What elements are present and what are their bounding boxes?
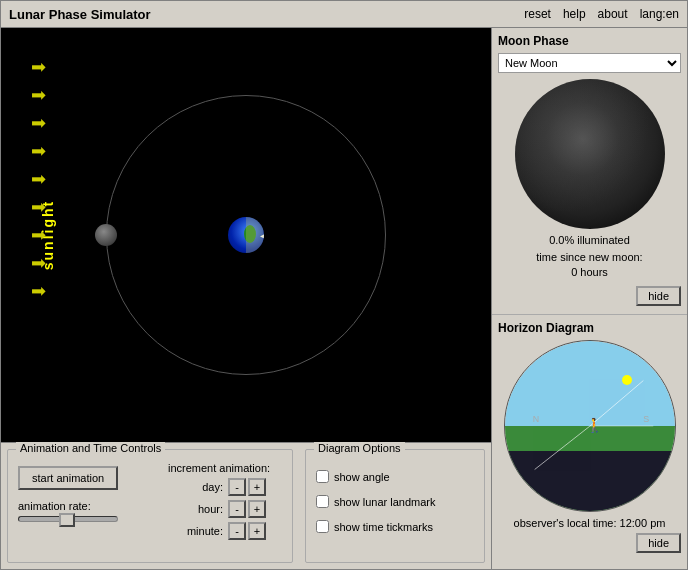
nav-links: reset help about lang:en [524, 7, 679, 21]
animation-rate-slider[interactable] [18, 516, 118, 522]
minute-label: minute: [168, 525, 223, 537]
show-time-tickmarks-label: show time tickmarks [334, 521, 433, 533]
moon-body [95, 224, 117, 246]
controls-area: Animation and Time Controls start animat… [1, 442, 491, 569]
illuminated-text: 0.0% illuminated [498, 234, 681, 246]
show-angle-label: show angle [334, 471, 390, 483]
animation-controls: Animation and Time Controls start animat… [7, 449, 293, 563]
anim-right: increment animation: day: - + hour: - + … [168, 462, 282, 540]
observer-indicator: ◀ [260, 230, 264, 241]
show-angle-row[interactable]: show angle [316, 470, 474, 483]
moon-phase-title: Moon Phase [498, 34, 681, 48]
phase-select-row: New Moon Waxing Crescent First Quarter W… [498, 53, 681, 73]
anim-rate-label: animation rate: [18, 500, 118, 512]
diagram-options-label: Diagram Options [314, 442, 405, 454]
time-since-label: time since new moon: [536, 251, 642, 263]
local-time-label: observer's local time: [514, 517, 617, 529]
show-lunar-landmark-label: show lunar landmark [334, 496, 436, 508]
svg-line-1 [534, 426, 589, 469]
hour-minus-button[interactable]: - [228, 500, 246, 518]
svg-text:S: S [643, 414, 649, 424]
minute-increment-row: minute: - + [168, 522, 282, 540]
arrow-6: ➡ [31, 198, 46, 216]
lang-link[interactable]: lang:en [640, 7, 679, 21]
earth: ◀ [228, 217, 264, 253]
title-bar: Lunar Phase Simulator reset help about l… [0, 0, 688, 28]
moon-phase-hide-button[interactable]: hide [636, 286, 681, 306]
app-title: Lunar Phase Simulator [9, 7, 151, 22]
anim-left: start animation animation rate: [18, 466, 118, 522]
help-link[interactable]: help [563, 7, 586, 21]
arrow-5: ➡ [31, 170, 46, 188]
arrow-8: ➡ [31, 254, 46, 272]
show-angle-checkbox[interactable] [316, 470, 329, 483]
show-time-tickmarks-checkbox[interactable] [316, 520, 329, 533]
animation-section-label: Animation and Time Controls [16, 442, 165, 454]
arrow-9: ➡ [31, 282, 46, 300]
arrow-7: ➡ [31, 226, 46, 244]
slider-thumb[interactable] [59, 513, 75, 527]
diagram-options: Diagram Options show angle show lunar la… [305, 449, 485, 563]
horizon-section: Horizon Diagram 🚶 S N observer's local t… [492, 315, 687, 569]
day-plus-button[interactable]: + [248, 478, 266, 496]
horizon-hide-button[interactable]: hide [636, 533, 681, 553]
start-animation-button[interactable]: start animation [18, 466, 118, 490]
arrow-1: ➡ [31, 58, 46, 76]
horizon-lines-svg: 🚶 S N [505, 341, 675, 511]
time-since-text: time since new moon: 0 hours [498, 250, 681, 281]
show-lunar-landmark-row[interactable]: show lunar landmark [316, 495, 474, 508]
hour-label: hour: [168, 503, 223, 515]
moon-phase-image [515, 79, 665, 229]
reset-link[interactable]: reset [524, 7, 551, 21]
hour-increment-row: hour: - + [168, 500, 282, 518]
moon-phase-section: Moon Phase New Moon Waxing Crescent Firs… [492, 28, 687, 315]
minute-plus-button[interactable]: + [248, 522, 266, 540]
day-minus-button[interactable]: - [228, 478, 246, 496]
simulation-panel: sunlight ➡ ➡ ➡ ➡ ➡ ➡ ➡ ➡ ➡ ◀ [0, 28, 492, 570]
sim-canvas: sunlight ➡ ➡ ➡ ➡ ➡ ➡ ➡ ➡ ➡ ◀ [1, 28, 491, 442]
hour-plus-button[interactable]: + [248, 500, 266, 518]
show-time-tickmarks-row[interactable]: show time tickmarks [316, 520, 474, 533]
show-lunar-landmark-checkbox[interactable] [316, 495, 329, 508]
arrow-3: ➡ [31, 114, 46, 132]
increment-label: increment animation: [168, 462, 282, 474]
minute-minus-button[interactable]: - [228, 522, 246, 540]
phase-select[interactable]: New Moon Waxing Crescent First Quarter W… [498, 53, 681, 73]
local-time-text: observer's local time: 12:00 pm [498, 517, 681, 529]
time-since-value: 0 hours [571, 266, 608, 278]
horizon-title: Horizon Diagram [498, 321, 681, 335]
arrow-4: ➡ [31, 142, 46, 160]
main-content: sunlight ➡ ➡ ➡ ➡ ➡ ➡ ➡ ➡ ➡ ◀ [0, 28, 688, 570]
arrow-2: ➡ [31, 86, 46, 104]
svg-text:N: N [532, 414, 538, 424]
arrows-container: ➡ ➡ ➡ ➡ ➡ ➡ ➡ ➡ ➡ [31, 58, 46, 300]
about-link[interactable]: about [598, 7, 628, 21]
day-label: day: [168, 481, 223, 493]
local-time-value: 12:00 pm [620, 517, 666, 529]
day-increment-row: day: - + [168, 478, 282, 496]
svg-text:🚶: 🚶 [586, 417, 604, 434]
horizon-diagram: 🚶 S N [504, 340, 676, 512]
right-panel: Moon Phase New Moon Waxing Crescent Firs… [492, 28, 688, 570]
